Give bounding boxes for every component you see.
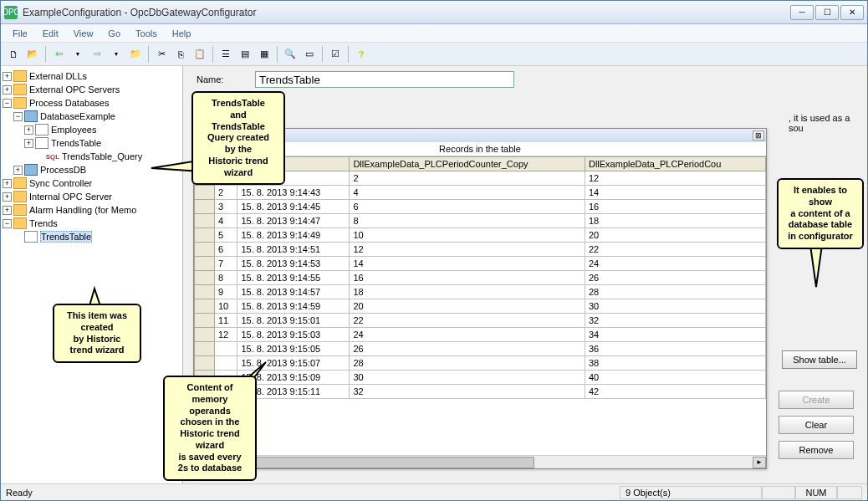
menu-file[interactable]: File [6,27,34,40]
window-title: ExampleConfiguration - OpcDbGatewayConfi… [23,7,790,18]
maximize-button[interactable]: ☐ [815,5,839,20]
tree-item-process-databases[interactable]: −Process Databases [3,96,181,110]
records-close-icon[interactable]: ⊠ [753,130,764,141]
row-selector[interactable] [195,271,215,285]
tree-toggle-icon[interactable]: + [3,179,12,188]
menu-tools[interactable]: Tools [129,27,164,40]
new-icon[interactable]: 🗋 [4,45,23,64]
table-row[interactable]: 715. 8. 2013 9:14:531424 [195,257,766,271]
row-selector[interactable] [195,257,215,271]
name-input[interactable] [255,71,514,88]
minimize-button[interactable]: ─ [790,5,814,20]
cell: 18 [350,285,585,299]
copy-icon[interactable]: ⎘ [171,45,190,64]
table-row[interactable]: 215. 8. 2013 9:14:43414 [195,186,766,200]
up-folder-icon[interactable]: 📁 [126,45,145,64]
column-header[interactable]: DllExampleData_PLCPeriodCounter_Copy [350,157,585,171]
tree-toggle-icon[interactable]: + [3,192,12,202]
menu-help[interactable]: Help [166,27,198,40]
table-row[interactable]: 415. 8. 2013 9:14:47818 [195,214,766,228]
row-selector[interactable] [195,228,215,243]
clear-button[interactable]: Clear [779,416,854,434]
table-row[interactable]: 15. 8. 2013 9:15:093040 [195,371,766,385]
tree-toggle-icon[interactable]: + [3,85,12,95]
table-row[interactable]: 15. 8. 2013 9:15:072838 [195,356,766,371]
back-icon[interactable]: ⇦ [49,45,68,64]
menu-view[interactable]: View [67,27,100,40]
tree-toggle-icon[interactable]: − [3,219,12,228]
large-view-icon[interactable]: ▦ [255,45,273,64]
cell: 6 [350,200,585,214]
tree-item-trendstable[interactable]: +TrendsTable [3,136,181,150]
remove-button[interactable]: Remove [779,441,854,459]
paste-icon[interactable]: 📋 [191,45,209,64]
table-row[interactable]: 1215. 8. 2013 9:15:032434 [195,328,766,342]
column-header[interactable]: DllExampleData_PLCPeriodCou [585,157,765,171]
cell: 15. 8. 2013 9:15:03 [237,328,350,342]
tree-item-databaseexample[interactable]: −DatabaseExample [3,110,181,123]
forward-icon[interactable]: ⇨ [88,45,106,64]
table-row[interactable]: 15. 8. 2013 9:15:113242 [195,385,766,399]
menu-edit[interactable]: Edit [36,27,65,40]
tree-label: ProcessDB [40,165,86,175]
back-menu-icon[interactable]: ▼ [69,45,87,64]
table-row[interactable]: 515. 8. 2013 9:14:491020 [195,228,766,243]
tree-toggle-icon[interactable]: + [24,125,33,135]
tree-toggle-icon[interactable]: − [13,112,23,121]
row-selector[interactable] [195,342,215,356]
cell: 10 [350,228,585,243]
row-selector[interactable] [195,299,215,314]
row-selector[interactable] [195,285,215,299]
table-row[interactable]: 815. 8. 2013 9:14:551626 [195,271,766,285]
description-fragment: , it is used as a sou [789,113,862,133]
tree-toggle-icon[interactable]: − [3,99,12,108]
table-row[interactable]: 315. 8. 2013 9:14:45616 [195,200,766,214]
forward-menu-icon[interactable]: ▼ [107,45,125,64]
cut-icon[interactable]: ✂ [152,45,171,64]
row-selector[interactable] [195,214,215,228]
app-window: OPC ExampleConfiguration - OpcDbGatewayC… [0,0,868,501]
cell: 32 [585,314,765,328]
tree-item-trends[interactable]: −Trends [3,217,181,230]
close-button[interactable]: ✕ [840,5,864,20]
row-selector[interactable] [195,200,215,214]
records-grid[interactable]: TimeDllExampleData_PLCPeriodCounter_Copy… [194,156,766,455]
table-row[interactable]: 1115. 8. 2013 9:15:012232 [195,314,766,328]
horizontal-scrollbar[interactable]: ◄ ► [194,455,766,468]
open-icon[interactable]: 📂 [23,45,42,64]
statusbar: Ready 9 Object(s) NUM [1,483,867,500]
tree-toggle-icon[interactable]: + [3,72,12,81]
tree-panel[interactable]: +External DLLs+External OPC Servers−Proc… [1,66,183,483]
tree-item-alarm-handling-for-memo[interactable]: +Alarm Handling (for Memo [3,203,181,217]
help-icon[interactable]: ? [352,45,370,64]
tree-toggle-icon[interactable]: + [13,166,23,175]
details-view-icon[interactable]: ▤ [236,45,254,64]
table-row[interactable]: 915. 8. 2013 9:14:571828 [195,285,766,299]
tree-item-external-dlls[interactable]: +External DLLs [3,69,181,83]
cell: 2 [215,186,237,200]
tree-item-employees[interactable]: +Employees [3,123,181,136]
list-view-icon[interactable]: ☰ [217,45,235,64]
scroll-right-icon[interactable]: ► [753,457,766,468]
row-selector[interactable] [195,328,215,342]
tree-toggle-icon[interactable]: + [3,206,12,215]
table-row[interactable]: 15. 8. 2013 9:15:052636 [195,342,766,356]
tree-item-trendstable[interactable]: TrendsTable [3,230,181,243]
row-selector[interactable] [195,243,215,257]
cell: 36 [585,342,765,356]
cell: 15. 8. 2013 9:15:01 [237,314,350,328]
menu-go[interactable]: Go [101,27,127,40]
cell: 15. 8. 2013 9:14:59 [237,299,350,314]
table-row[interactable]: 1015. 8. 2013 9:14:592030 [195,299,766,314]
tree-toggle-icon[interactable]: + [24,139,33,148]
show-table-button[interactable]: Show table... [782,350,857,369]
tree-item-external-opc-servers[interactable]: +External OPC Servers [3,83,181,96]
row-selector[interactable] [195,314,215,328]
row-selector[interactable] [195,356,215,371]
binoculars-icon[interactable]: 🔍 [281,45,299,64]
cell: 28 [585,285,765,299]
table-row[interactable]: 615. 8. 2013 9:14:511222 [195,243,766,257]
window-icon[interactable]: ▭ [300,45,319,64]
create-button[interactable]: Create [779,391,854,409]
checklist-icon[interactable]: ☑ [326,45,345,64]
